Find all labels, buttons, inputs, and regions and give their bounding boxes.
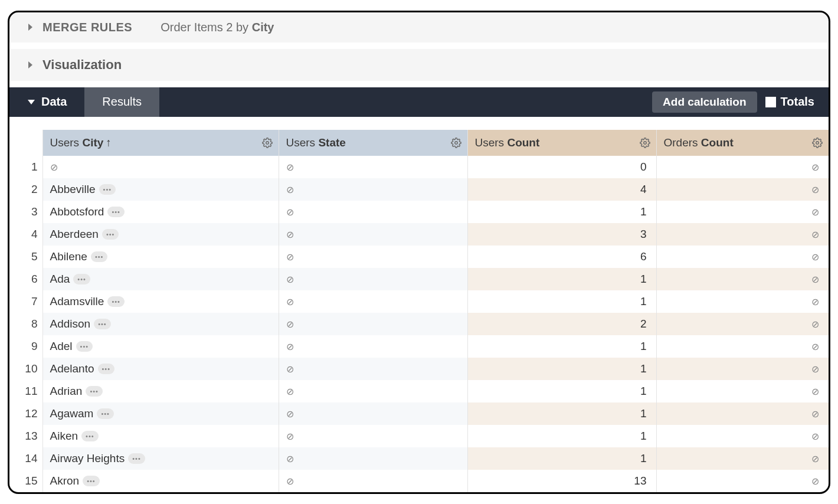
cell-users-count[interactable]: 0 xyxy=(467,156,656,178)
ellipsis-icon[interactable]: ••• xyxy=(76,341,93,352)
cell-users-count[interactable]: 1 xyxy=(467,201,656,223)
ellipsis-icon[interactable]: ••• xyxy=(94,319,111,329)
cell-city-value: Aiken xyxy=(50,430,78,442)
cell-city[interactable]: Abbeville••• xyxy=(42,178,279,201)
tab-data-label: Data xyxy=(41,95,67,109)
tab-results[interactable]: Results xyxy=(84,87,159,117)
null-icon: ⊘ xyxy=(811,162,819,173)
gear-icon[interactable] xyxy=(451,138,461,148)
visualization-section[interactable]: Visualization xyxy=(9,49,829,81)
cell-orders-count[interactable]: ⊘ xyxy=(656,268,829,290)
cell-state[interactable]: ⊘ xyxy=(279,358,467,380)
cell-users-count[interactable]: 13 xyxy=(467,470,656,492)
cell-users-count[interactable]: 1 xyxy=(467,425,656,447)
cell-orders-count[interactable]: ⊘ xyxy=(656,425,829,447)
cell-users-count[interactable]: 1 xyxy=(467,358,656,380)
gear-icon[interactable] xyxy=(812,138,823,148)
ellipsis-icon[interactable]: ••• xyxy=(128,453,145,464)
cell-city[interactable]: Abbotsford••• xyxy=(42,201,279,223)
cell-orders-count[interactable]: ⊘ xyxy=(656,178,829,201)
cell-users-count[interactable]: 4 xyxy=(467,178,656,201)
cell-state[interactable]: ⊘ xyxy=(279,290,467,313)
cell-orders-count[interactable]: ⊘ xyxy=(656,201,829,223)
cell-orders-count[interactable]: ⊘ xyxy=(656,223,829,246)
merge-rules-section[interactable]: MERGE RULES Order Items 2 by City xyxy=(9,12,829,43)
ellipsis-icon[interactable]: ••• xyxy=(102,229,119,240)
cell-city[interactable]: Airway Heights••• xyxy=(42,447,279,470)
cell-city[interactable]: Adelanto••• xyxy=(42,358,279,380)
cell-users-count[interactable]: 1 xyxy=(467,380,656,402)
gear-icon[interactable] xyxy=(262,138,273,148)
column-users-state[interactable]: Users State xyxy=(279,130,467,156)
column-orders-count[interactable]: Orders Count xyxy=(656,130,829,156)
cell-state[interactable]: ⊘ xyxy=(279,268,467,290)
null-icon: ⊘ xyxy=(811,341,819,352)
cell-state[interactable]: ⊘ xyxy=(279,156,467,178)
cell-state[interactable]: ⊘ xyxy=(279,178,467,201)
cell-state[interactable]: ⊘ xyxy=(279,246,467,268)
ellipsis-icon[interactable]: ••• xyxy=(86,386,103,397)
ellipsis-icon[interactable]: ••• xyxy=(97,408,114,419)
cell-state[interactable]: ⊘ xyxy=(279,201,467,223)
cell-users-count[interactable]: 3 xyxy=(467,223,656,246)
ellipsis-icon[interactable]: ••• xyxy=(107,296,125,307)
totals-toggle[interactable]: Totals xyxy=(765,87,829,117)
cell-state[interactable]: ⊘ xyxy=(279,335,467,358)
cell-users-count[interactable]: 1 xyxy=(467,447,656,470)
cell-city[interactable]: Agawam••• xyxy=(42,402,279,425)
cell-orders-count[interactable]: ⊘ xyxy=(656,290,829,313)
svg-point-4 xyxy=(454,141,457,144)
ellipsis-icon[interactable]: ••• xyxy=(98,364,115,374)
cell-users-count[interactable]: 6 xyxy=(467,246,656,268)
cell-state[interactable]: ⊘ xyxy=(279,223,467,246)
cell-orders-count[interactable]: ⊘ xyxy=(656,380,829,402)
cell-users-count[interactable]: 1 xyxy=(467,402,656,425)
tab-data[interactable]: Data xyxy=(9,87,84,117)
cell-state[interactable]: ⊘ xyxy=(279,447,467,470)
cell-city[interactable]: Ada••• xyxy=(42,268,279,290)
ellipsis-icon[interactable]: ••• xyxy=(91,251,108,262)
cell-city[interactable]: Akron••• xyxy=(42,470,279,492)
cell-orders-count[interactable]: ⊘ xyxy=(656,313,829,335)
null-icon: ⊘ xyxy=(811,476,819,487)
row-number: 8 xyxy=(9,313,42,335)
column-users-city[interactable]: Users City↑ xyxy=(42,130,279,156)
cell-orders-count[interactable]: ⊘ xyxy=(656,447,829,470)
cell-state[interactable]: ⊘ xyxy=(279,313,467,335)
cell-orders-count[interactable]: ⊘ xyxy=(656,246,829,268)
cell-state[interactable]: ⊘ xyxy=(279,425,467,447)
cell-users-count[interactable]: 1 xyxy=(467,290,656,313)
cell-city[interactable]: Aiken••• xyxy=(42,425,279,447)
cell-city[interactable]: Adrian••• xyxy=(42,380,279,402)
add-calculation-button[interactable]: Add calculation xyxy=(652,91,757,113)
cell-orders-count[interactable]: ⊘ xyxy=(656,358,829,380)
cell-city[interactable]: Adel••• xyxy=(42,335,279,358)
ellipsis-icon[interactable]: ••• xyxy=(107,207,125,217)
ellipsis-icon[interactable]: ••• xyxy=(73,274,90,284)
table-row: 9Adel•••⊘1⊘ xyxy=(9,335,829,358)
cell-city-value: Abilene xyxy=(50,250,87,263)
gear-icon[interactable] xyxy=(640,138,650,148)
cell-orders-count[interactable]: ⊘ xyxy=(656,402,829,425)
null-icon: ⊘ xyxy=(811,207,819,218)
cell-users-count[interactable]: 1 xyxy=(467,268,656,290)
cell-state[interactable]: ⊘ xyxy=(279,402,467,425)
cell-orders-count[interactable]: ⊘ xyxy=(656,335,829,358)
ellipsis-icon[interactable]: ••• xyxy=(81,431,99,441)
header-rownum xyxy=(9,130,42,156)
cell-city[interactable]: Adamsville••• xyxy=(42,290,279,313)
ellipsis-icon[interactable]: ••• xyxy=(99,184,116,195)
cell-city[interactable]: Addison••• xyxy=(42,313,279,335)
cell-orders-count[interactable]: ⊘ xyxy=(656,156,829,178)
cell-users-count[interactable]: 1 xyxy=(467,335,656,358)
cell-city[interactable]: ⊘ xyxy=(42,156,279,178)
cell-state[interactable]: ⊘ xyxy=(279,470,467,492)
cell-state[interactable]: ⊘ xyxy=(279,380,467,402)
cell-city[interactable]: Abilene••• xyxy=(42,246,279,268)
checkbox-icon[interactable] xyxy=(765,97,776,107)
ellipsis-icon[interactable]: ••• xyxy=(83,476,100,486)
column-users-count[interactable]: Users Count xyxy=(467,130,656,156)
cell-orders-count[interactable]: ⊘ xyxy=(656,470,829,492)
cell-users-count[interactable]: 2 xyxy=(467,313,656,335)
cell-city[interactable]: Aberdeen••• xyxy=(42,223,279,246)
